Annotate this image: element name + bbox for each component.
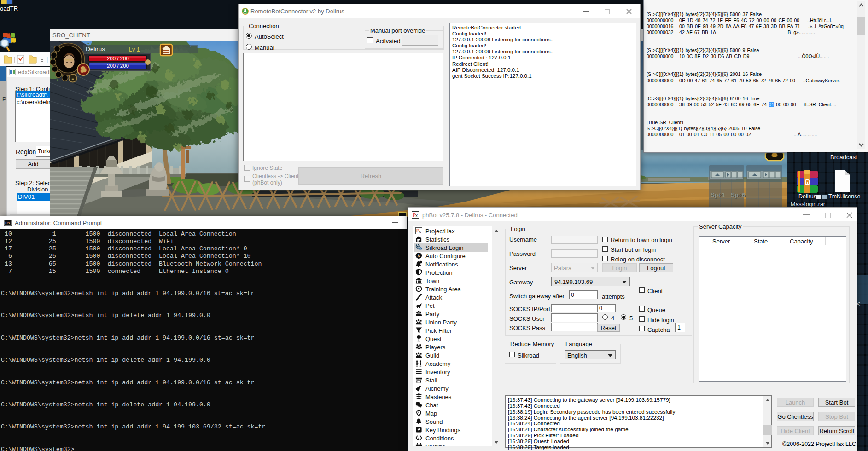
- svg-text:200 / 200: 200 / 200: [107, 63, 129, 69]
- svg-text:Lv 1: Lv 1: [129, 46, 140, 53]
- svg-text:200 / 200: 200 / 200: [107, 56, 129, 61]
- svg-text:Delirus: Delirus: [86, 46, 105, 52]
- svg-text:C:\: C:\: [6, 221, 10, 225]
- svg-text:Sp+1: Sp+1: [711, 191, 725, 198]
- svg-text:|: |: [47, 56, 48, 63]
- svg-text:A: A: [417, 254, 420, 258]
- svg-text:x: x: [419, 229, 421, 234]
- svg-text:x: x: [415, 213, 418, 218]
- svg-text:Sp+6: Sp+6: [731, 191, 745, 198]
- svg-text:|: |: [14, 56, 15, 63]
- svg-text:≡: ≡: [71, 76, 74, 81]
